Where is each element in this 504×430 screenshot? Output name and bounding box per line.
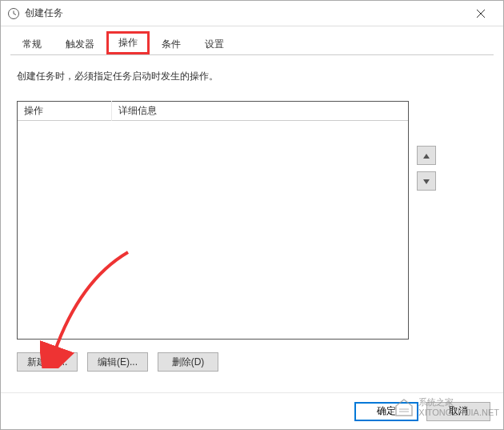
- triangle-up-icon: [423, 150, 430, 161]
- dialog-footer: 确定 取消: [1, 392, 503, 429]
- tab-conditions[interactable]: 条件: [150, 33, 193, 55]
- content-area: 常规 触发器 操作 条件 设置 创建任务时，必须指定任务启动时发生的操作。 操作…: [1, 26, 503, 392]
- actions-table[interactable]: 操作 详细信息: [17, 101, 409, 340]
- clock-icon: [7, 7, 20, 20]
- new-button[interactable]: 新建(N)...: [17, 352, 78, 372]
- delete-button[interactable]: 删除(D): [158, 352, 218, 372]
- action-button-row: 新建(N)... 编辑(E)... 删除(D): [17, 352, 487, 372]
- cancel-button[interactable]: 取消: [426, 402, 490, 421]
- tab-panel-actions: 创建任务时，必须指定任务启动时发生的操作。 操作 详细信息: [10, 55, 494, 383]
- table-area: 操作 详细信息: [17, 101, 487, 340]
- move-up-button[interactable]: [417, 146, 436, 165]
- close-icon: [477, 7, 485, 20]
- close-button[interactable]: [465, 2, 497, 25]
- col-operation[interactable]: 操作: [18, 101, 112, 121]
- window-title: 创建任务: [25, 6, 63, 20]
- tab-general[interactable]: 常规: [10, 33, 54, 55]
- tab-strip: 常规 触发器 操作 条件 设置: [10, 33, 494, 55]
- tab-actions[interactable]: 操作: [106, 31, 150, 54]
- move-down-button[interactable]: [417, 171, 436, 191]
- instruction-text: 创建任务时，必须指定任务启动时发生的操作。: [17, 70, 487, 83]
- svg-marker-5: [423, 154, 430, 159]
- edit-button[interactable]: 编辑(E)...: [87, 352, 148, 372]
- reorder-buttons: [417, 146, 436, 340]
- svg-marker-6: [423, 179, 430, 184]
- tab-triggers[interactable]: 触发器: [54, 33, 106, 55]
- triangle-down-icon: [423, 175, 430, 187]
- dialog-window: 创建任务 常规 触发器 操作 条件 设置 创建任务时，必须指定任务启动时发生的操…: [0, 0, 504, 430]
- svg-line-2: [14, 14, 16, 15]
- ok-button[interactable]: 确定: [354, 402, 418, 421]
- titlebar: 创建任务: [1, 1, 503, 26]
- table-header: 操作 详细信息: [18, 102, 408, 121]
- col-detail[interactable]: 详细信息: [112, 101, 408, 121]
- tab-settings[interactable]: 设置: [193, 33, 236, 55]
